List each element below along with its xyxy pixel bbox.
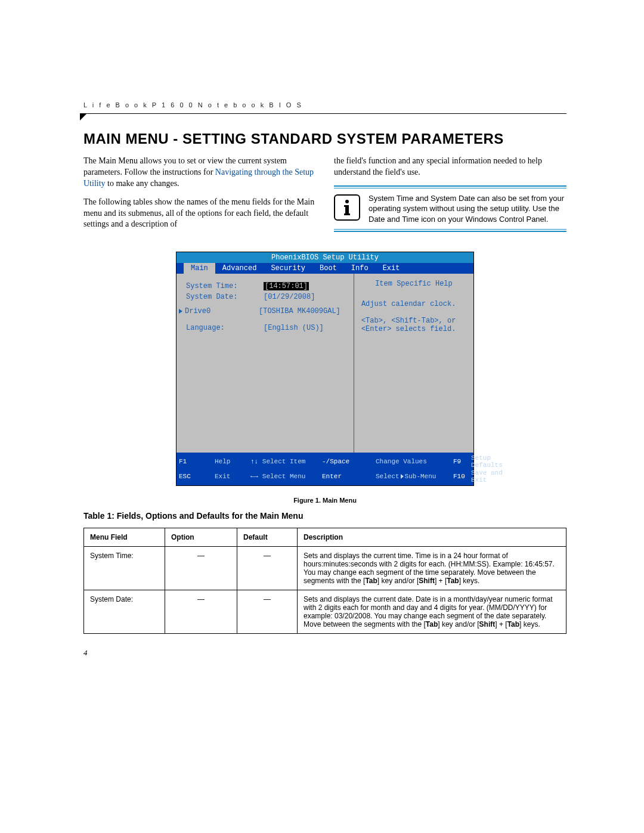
key-arrows-h: ←→ [250,473,258,480]
col-option: Option [165,528,237,547]
bios-value-drive0: [TOSHIBA MK4009GAL] [259,307,340,315]
header-triangle-icon [80,113,88,122]
label-setup-defaults: Setup Defaults [471,454,503,469]
note-text: System Time and System Date can also be … [369,193,566,225]
key-minus-space: -/Space [322,458,376,465]
bios-menubar: Main Advanced Security Boot Info Exit [177,263,473,274]
intro-text-b: to make any changes. [106,179,179,188]
bios-label-time: System Time: [186,282,264,290]
label-select-submenu: SelectSub-Menu [376,473,453,480]
note-box: System Time and System Date can also be … [334,185,566,233]
table-row: System Date:——Sets and displays the curr… [84,590,566,634]
label-select-item: Select Item [262,458,306,465]
bios-help-title: Item Specific Help [361,280,466,288]
bios-menu-boot[interactable]: Boot [312,263,344,274]
svg-rect-4 [344,213,350,215]
bios-label-drive0[interactable]: Drive0 [185,307,259,315]
bios-help-panel: Item Specific Help Adjust calendar clock… [354,274,473,453]
submenu-marker-icon [179,309,182,314]
col-default: Default [237,528,298,547]
bios-label-date: System Date: [186,293,264,301]
key-f9: F9 [453,458,471,465]
key-enter: Enter [322,473,376,480]
bios-help-line2: <Tab>, <Shift-Tab>, or [361,317,466,325]
svg-point-1 [345,200,349,203]
label-help: Help [215,458,250,465]
bios-value-date[interactable]: [01/29/2008] [264,293,315,301]
page-title: MAIN MENU - SETTING STANDARD SYSTEM PARA… [83,131,566,147]
info-icon [334,194,360,221]
bios-screenshot: PhoenixBIOS Setup Utility Main Advanced … [176,252,474,486]
svg-marker-0 [80,113,87,120]
bios-main-panel: System Time: [14:57:01] System Date: [01… [177,274,354,453]
bios-menu-exit[interactable]: Exit [376,263,407,274]
key-esc: ESC [179,473,191,480]
bios-menu-advanced[interactable]: Advanced [215,263,264,274]
figure-caption: Figure 1. Main Menu [83,497,566,504]
bios-help-line1: Adjust calendar clock. [361,300,466,308]
table-title: Table 1: Fields, Options and Defaults fo… [83,511,566,521]
label-change-values: Change Values [376,458,453,465]
right-column: the field's function and any special inf… [334,156,566,237]
running-header: L i f e B o o k P 1 6 0 0 N o t e b o o … [83,101,566,109]
left-column: The Main Menu allows you to set or view … [83,156,316,237]
bios-value-time[interactable]: [14:57:01] [264,282,309,290]
key-f10: F10 [453,473,471,480]
key-f1: F1 [179,458,187,465]
bios-title: PhoenixBIOS Setup Utility [177,252,473,263]
key-arrows-v: ↑↓ [250,458,258,465]
table-row: System Time:——Sets and displays the curr… [84,547,566,590]
bios-value-language[interactable]: [English (US)] [264,324,324,332]
label-exit: Exit [215,473,250,480]
fields-table: Menu Field Option Default Description Sy… [83,528,566,634]
intro-para-cont: the field's function and any special inf… [334,156,566,178]
label-select-menu: Select Menu [262,473,306,480]
bios-help-line3: <Enter> selects field. [361,325,466,333]
bios-menu-main[interactable]: Main [184,263,215,274]
bios-menu-info[interactable]: Info [344,263,376,274]
svg-rect-3 [344,205,346,207]
page-number: 4 [83,648,88,658]
bios-menu-security[interactable]: Security [264,263,312,274]
intro-para-2: The following tables show the names of t… [83,197,316,231]
label-save-exit: Save and Exit [471,469,503,484]
col-menu-field: Menu Field [84,528,165,547]
bios-label-language: Language: [186,324,264,332]
col-description: Description [298,528,566,547]
bios-footer: F1 Help ↑↓ Select Item -/Space Change Va… [177,453,473,485]
header-rule [83,113,566,114]
